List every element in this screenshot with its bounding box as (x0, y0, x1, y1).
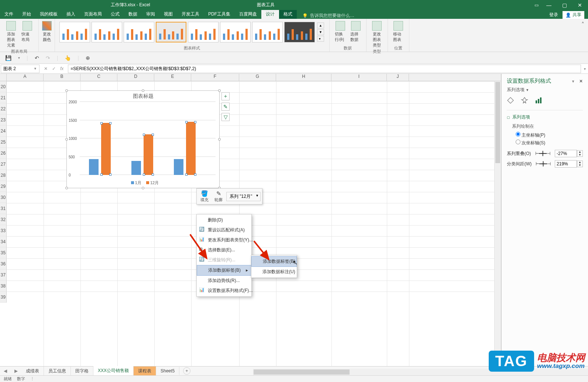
tab-format[interactable]: 格式 (279, 10, 297, 19)
menu-add-data-labels[interactable]: 添加数据标签(B)▸ (197, 265, 251, 276)
row-header[interactable]: 24 (0, 125, 7, 137)
ribbon-display-icon[interactable]: ▭ (534, 3, 539, 8)
spin-down-icon[interactable]: ▼ (577, 154, 582, 156)
chart-title[interactable]: 图表标题 (67, 91, 219, 102)
col-I[interactable]: I (331, 74, 387, 81)
sheet-tab-5[interactable]: 课程表 (134, 366, 156, 376)
tab-nav-next[interactable]: ▶ (11, 368, 21, 374)
col-G[interactable]: G (239, 74, 276, 81)
row-header[interactable]: 35 (0, 247, 7, 258)
row-header[interactable]: 38 (0, 281, 7, 292)
col-E[interactable]: E (154, 74, 191, 81)
effects-icon[interactable] (521, 97, 528, 104)
row-header[interactable]: 28 (0, 170, 7, 181)
quick-layout-button[interactable]: 快速布局 (19, 20, 35, 49)
tab-file[interactable]: 文件 (0, 10, 18, 19)
gallery-more-icon[interactable]: ▾ (317, 36, 324, 42)
enter-icon[interactable]: ✓ (52, 66, 56, 71)
gap-input[interactable] (555, 160, 577, 168)
vertical-scrollbar[interactable] (494, 81, 501, 374)
mini-outline-button[interactable]: ✎轮廓 (212, 190, 225, 203)
col-A[interactable]: A (7, 74, 44, 81)
series-options-icon[interactable] (535, 97, 542, 104)
tab-pdf[interactable]: PDF工具集 (204, 10, 235, 19)
row-header[interactable]: 25 (0, 137, 7, 148)
mini-series-selector[interactable]: 系列 "12月"▼ (226, 192, 261, 201)
menu-format-series[interactable]: 📊设置数据系列格式(F)... (197, 286, 251, 296)
pane-dropdown-icon[interactable]: ▼ (571, 79, 575, 83)
formula-input[interactable]: =SERIES(XXX公司销售额!$D$2,,XXX公司销售额!$D$3:$D$… (68, 65, 581, 73)
col-J[interactable]: J (387, 74, 409, 81)
tab-insert[interactable]: 插入 (62, 10, 80, 19)
pane-close-icon[interactable]: ✕ (579, 79, 583, 84)
change-colors-button[interactable]: 更改 颜色 (40, 20, 54, 43)
bar-s1-3[interactable] (174, 159, 183, 175)
row-header[interactable]: 20 (0, 81, 7, 92)
fx-icon[interactable]: fx (60, 66, 63, 71)
row-header[interactable]: 21 (0, 92, 7, 103)
collapse-ribbon-icon[interactable]: ˄ (578, 19, 588, 52)
row-header[interactable]: 32 (0, 214, 7, 225)
row-header[interactable]: 23 (0, 114, 7, 125)
style-8[interactable] (284, 22, 315, 42)
bar-s2-1[interactable] (101, 123, 111, 175)
style-4[interactable] (156, 22, 186, 42)
overlap-slider[interactable]: ⊢━╋━⊣ (535, 151, 550, 156)
tab-review[interactable]: 审阅 (142, 10, 159, 19)
move-chart-button[interactable]: 移动图表 (391, 20, 406, 43)
mini-fill-button[interactable]: 🪣填充 (198, 190, 211, 203)
overlap-input[interactable] (555, 150, 577, 157)
bar-s1-2[interactable] (131, 161, 141, 175)
change-chart-type-button[interactable]: 更改 图表类型 (369, 20, 385, 49)
row-header[interactable]: 39 (0, 292, 7, 303)
maximize-button[interactable]: ▢ (559, 2, 570, 8)
name-box[interactable]: 图表 2▼ (1, 65, 39, 73)
chart-filter-icon[interactable]: ▽ (221, 113, 230, 121)
section-series-options[interactable]: ▢系列选项 (507, 114, 583, 120)
spin-down-icon[interactable]: ▼ (577, 164, 582, 167)
chart-object[interactable]: ＋ ✎ ▽ 图表标题 0 500 1000 1500 2000 1月 12月 (66, 90, 220, 188)
expand-formula-icon[interactable]: ▾ (582, 67, 588, 71)
sheet-tab-6[interactable]: Sheet5 (156, 367, 179, 375)
chevron-down-icon[interactable]: ▼ (34, 67, 37, 70)
row-header[interactable]: 36 (0, 258, 7, 269)
chart-styles-gallery[interactable]: ▲ ▼ ▾ (58, 20, 326, 44)
style-1[interactable] (59, 22, 90, 42)
row-header[interactable]: 30 (0, 192, 7, 203)
row-header[interactable]: 37 (0, 269, 7, 281)
menu-delete[interactable]: 删除(D) (197, 215, 251, 225)
col-H[interactable]: H (276, 74, 331, 81)
pane-subtitle[interactable]: 系列选项 (507, 87, 525, 92)
tab-templates[interactable]: 我的模板 (35, 10, 62, 19)
tell-me[interactable]: 💡告诉我您想要做什么… (302, 13, 354, 19)
gap-slider[interactable]: ⊢━╋━⊣ (536, 161, 551, 166)
save-button[interactable]: 💾 (5, 55, 11, 61)
close-button[interactable]: ✕ (575, 2, 585, 8)
plot-area[interactable]: 0 500 1000 1500 2000 (80, 102, 216, 175)
style-6[interactable] (220, 22, 251, 42)
undo-button[interactable]: ↶ (35, 55, 39, 61)
submenu-add-labels[interactable]: 添加数据标签(B) (251, 256, 297, 267)
tab-view[interactable]: 视图 (159, 10, 177, 19)
row-header[interactable]: 29 (0, 181, 7, 192)
col-D[interactable]: D (117, 74, 154, 81)
worksheet[interactable]: A B C D E F G H I J 20212223242526272829… (0, 74, 501, 382)
style-2[interactable] (92, 22, 122, 42)
menu-reset-style[interactable]: 🔄重设以匹配样式(A) (197, 225, 251, 235)
qat-more[interactable]: ▾ (18, 56, 20, 60)
row-header[interactable]: 27 (0, 159, 7, 170)
bar-s1-1[interactable] (89, 159, 99, 175)
col-F[interactable]: F (191, 74, 239, 81)
tab-home[interactable]: 开始 (18, 10, 35, 19)
swap-row-col-button[interactable]: 切换行/列 (333, 20, 348, 43)
status-more-icon[interactable]: ⋮ (30, 376, 34, 381)
gallery-down-icon[interactable]: ▼ (317, 29, 324, 35)
chart-styles-icon[interactable]: ✎ (221, 103, 230, 111)
add-chart-element-button[interactable]: 添加图表 元素 (3, 20, 19, 49)
submenu-add-callouts[interactable]: 添加数据标注(U) (251, 267, 297, 277)
redo-button[interactable]: ↷ (46, 55, 50, 61)
style-7[interactable] (252, 22, 283, 42)
minimize-button[interactable]: — (544, 2, 554, 8)
tab-nav-prev[interactable]: ◀ (0, 368, 11, 374)
secondary-axis-radio[interactable]: 次坐标轴(S) (516, 140, 583, 146)
